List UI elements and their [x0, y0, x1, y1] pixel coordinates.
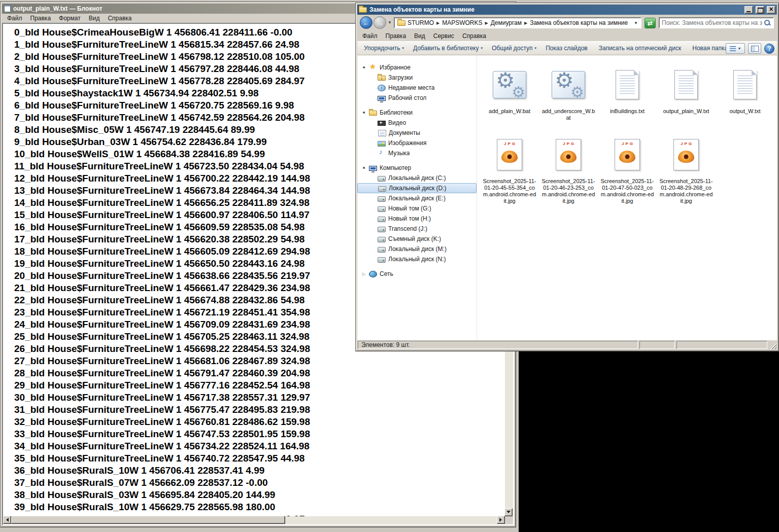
preview-pane-button[interactable]: [748, 43, 761, 54]
file-item[interactable]: JPG Screenshot_2025-11-01-20-48-29-268_c…: [659, 131, 714, 204]
toolbar-button[interactable]: Показ слайдов: [541, 43, 594, 53]
expander-icon[interactable]: [361, 165, 366, 170]
explorer-navigation-bar: ← → ▼ STURMO▶ MAPSWORKS▶ Демиургам▶ Заме…: [357, 15, 777, 31]
scroll-down-button[interactable]: [504, 508, 513, 516]
sidebar-item[interactable]: Рабочий стол: [357, 93, 477, 103]
sidebar-item[interactable]: Библиотеки: [357, 108, 477, 118]
sidebar-item-icon: [369, 63, 377, 72]
sidebar-item-label: Локальный диск (N:): [388, 256, 446, 263]
text-line: 34_bld House$FurnitureTreeLineW 1 456734…: [14, 440, 505, 452]
sidebar-item-label: Transcend (J:): [388, 225, 427, 232]
sidebar-item[interactable]: Локальный диск (C:): [357, 173, 477, 183]
toolbar-button[interactable]: Упорядочить▾: [359, 43, 409, 53]
sidebar-item-label: Избранное: [380, 64, 411, 71]
search-input[interactable]: [662, 19, 762, 26]
sidebar-item[interactable]: Документы: [357, 128, 477, 138]
sidebar-item-label: Съемный диск (K:): [388, 235, 441, 242]
breadcrumb-item[interactable]: Демиургам▶: [491, 19, 530, 26]
chevron-down-icon: ▾: [481, 46, 483, 50]
sidebar-item[interactable]: Transcend (J:): [357, 224, 477, 234]
horizontal-scroll-thumb[interactable]: [11, 516, 285, 524]
sidebar-item-label: Видео: [388, 119, 406, 126]
resize-grip[interactable]: [769, 341, 776, 349]
scroll-right-button[interactable]: [497, 516, 505, 524]
breadcrumb-item[interactable]: Замена объектов карты на зимние▶: [530, 19, 628, 26]
notepad-horizontal-scrollbar[interactable]: [3, 516, 505, 524]
sidebar-item-label: Локальный диск (E:): [388, 195, 446, 202]
notepad-menu-item[interactable]: Формат: [55, 14, 85, 22]
file-name: output_W.txt: [729, 108, 760, 115]
sidebar-item[interactable]: Видео: [357, 118, 477, 128]
notepad-menu-item[interactable]: Вид: [85, 14, 104, 22]
minimize-button[interactable]: [744, 6, 753, 14]
scroll-left-button[interactable]: [3, 516, 11, 524]
address-dropdown-icon[interactable]: ▼: [631, 21, 638, 25]
sidebar-item-icon: [378, 130, 386, 136]
sidebar-item-icon: [369, 271, 377, 277]
history-dropdown-icon[interactable]: ▼: [388, 20, 392, 25]
sidebar-item[interactable]: Загрузки: [357, 73, 477, 83]
sidebar-item[interactable]: Музыка: [357, 148, 477, 158]
explorer-titlebar[interactable]: Замена объектов карты на зимние: [357, 5, 777, 15]
sidebar-item[interactable]: Локальный диск (N:): [357, 254, 477, 264]
expander-icon[interactable]: [361, 65, 366, 70]
breadcrumb-item[interactable]: MAPSWORKS▶: [442, 19, 491, 26]
maximize-button[interactable]: [756, 6, 764, 14]
file-item[interactable]: JPG Screenshot_2025-11-01-20-46-23-253_c…: [541, 131, 596, 204]
file-item[interactable]: JPG inBuildings.txt: [600, 61, 655, 126]
sidebar-item[interactable]: Локальный диск (D:): [357, 183, 477, 193]
toolbar-button-label: Записать на оптический диск: [599, 45, 682, 52]
change-view-button[interactable]: ▼: [726, 43, 745, 54]
explorer-menu-item[interactable]: Справка: [458, 32, 490, 40]
explorer-menu-item[interactable]: Вид: [410, 32, 429, 40]
explorer-menu-item[interactable]: Правка: [382, 32, 411, 40]
sidebar-item[interactable]: Съемный диск (K:): [357, 234, 477, 244]
sidebar-item[interactable]: Новый том (G:): [357, 203, 477, 214]
file-item[interactable]: JPG Screenshot_2025-11-01-20-45-55-354_c…: [482, 131, 537, 204]
file-icon-box: JPG: [556, 131, 581, 178]
file-icon: JPG: [616, 70, 639, 99]
file-item[interactable]: JPG add_plain_W.bat: [482, 61, 537, 126]
notepad-app-icon: [4, 5, 11, 12]
file-icon: JPG: [552, 71, 585, 98]
arrow-down-icon: [506, 511, 511, 515]
sidebar-item[interactable]: Новый том (H:): [357, 214, 477, 224]
sidebar-item-label: Локальный диск (D:): [389, 185, 447, 192]
refresh-button[interactable]: ⇄: [645, 18, 656, 28]
file-item[interactable]: JPG output_plain_W.txt: [659, 61, 714, 126]
jpg-eye-logo-icon: [678, 151, 694, 163]
forward-button[interactable]: →: [374, 16, 386, 29]
notepad-menu-item[interactable]: Справка: [104, 14, 136, 22]
notepad-menu-item[interactable]: Правка: [26, 14, 55, 22]
toolbar-button-label: Упорядочить: [364, 45, 400, 52]
explorer-menu-item[interactable]: Файл: [358, 32, 382, 40]
file-icon-box: JPG: [493, 61, 526, 108]
notepad-menu-item[interactable]: Файл: [3, 14, 26, 22]
file-item[interactable]: JPG add_underscore_W.bat: [541, 61, 596, 126]
sidebar-item[interactable]: Недавние места: [357, 83, 477, 93]
sidebar-item[interactable]: Избранное: [357, 62, 477, 73]
expander-icon[interactable]: [361, 110, 366, 115]
text-line: 35_bld House$FurnitureTreeLineW 1 456740…: [14, 452, 505, 465]
sidebar-item[interactable]: Компьютер: [357, 163, 477, 173]
toolbar-button[interactable]: Добавить в библиотеку▾: [409, 43, 487, 53]
breadcrumb-item[interactable]: STURMO▶: [408, 19, 442, 26]
file-item[interactable]: JPG output_W.txt: [718, 61, 772, 126]
sidebar-item[interactable]: Локальный диск (M:): [357, 244, 477, 254]
help-button[interactable]: ?: [764, 44, 774, 54]
back-button[interactable]: ←: [360, 16, 372, 29]
sidebar-item[interactable]: Изображения: [357, 138, 477, 148]
expander-icon[interactable]: [361, 271, 366, 276]
sidebar-item[interactable]: Сеть: [357, 269, 477, 279]
toolbar-button[interactable]: Общий доступ▾: [487, 43, 541, 53]
file-item[interactable]: JPG Screenshot_2025-11-01-20-47-50-023_c…: [600, 131, 655, 204]
toolbar-button[interactable]: Записать на оптический диск: [594, 43, 688, 53]
close-button[interactable]: [767, 6, 775, 14]
toolbar-right-group: ▼ ?: [726, 43, 774, 54]
address-bar[interactable]: STURMO▶ MAPSWORKS▶ Демиургам▶ Замена объ…: [394, 17, 641, 28]
breadcrumb: STURMO▶ MAPSWORKS▶ Демиургам▶ Замена объ…: [408, 19, 629, 26]
explorer-menu-item[interactable]: Сервис: [429, 32, 458, 40]
sidebar-item[interactable]: Локальный диск (E:): [357, 193, 477, 203]
explorer-title: Замена объектов карты на зимние: [369, 6, 475, 13]
search-box[interactable]: [659, 17, 774, 28]
